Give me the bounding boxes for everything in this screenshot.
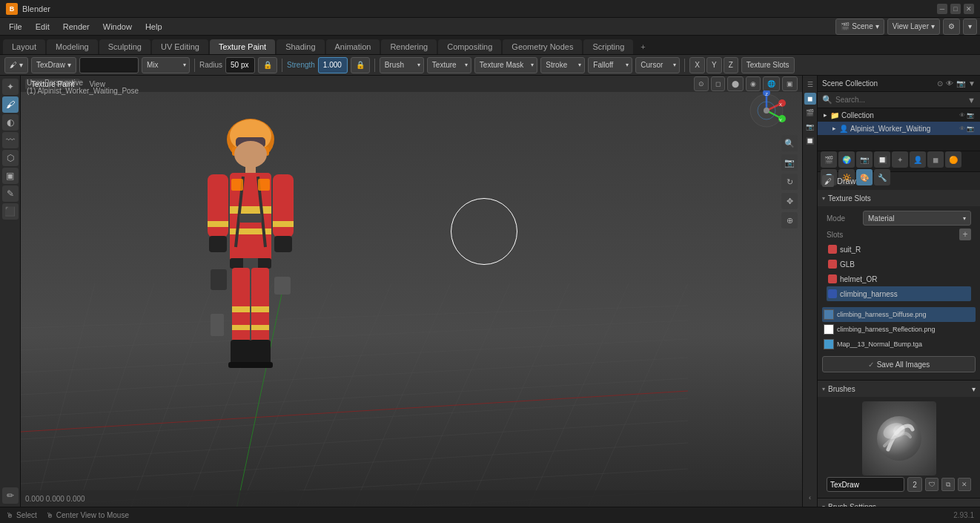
engine-selector[interactable]: ⚙ (943, 19, 960, 35)
cursor-dropdown[interactable]: Cursor (635, 57, 680, 73)
view-layer-selector[interactable]: View Layer ▾ (887, 19, 940, 35)
color-swatch[interactable] (79, 57, 139, 73)
viewport-shading-solid[interactable]: ⬤ (727, 76, 744, 91)
right-icon-4[interactable]: 📷 (804, 121, 816, 133)
right-icon-5[interactable]: 🔲 (804, 135, 816, 147)
right-icon-3[interactable]: 🎬 (804, 107, 816, 119)
menu-window[interactable]: Window (97, 21, 138, 33)
nav-rotate[interactable]: ↻ (781, 174, 798, 190)
slot-helmet[interactable]: helmet_OR (827, 272, 971, 286)
add-workspace-button[interactable]: + (635, 39, 651, 54)
props-tab-modifier[interactable]: ◼ (927, 151, 944, 168)
viewport-overlay-btn[interactable]: ⊙ (694, 76, 709, 91)
sc-filter-icon[interactable]: ⊙ (937, 79, 943, 88)
fill-tool[interactable]: ▣ (2, 168, 19, 184)
draw-tool[interactable]: 🖌 (2, 96, 19, 113)
texture-dropdown[interactable]: Texture (427, 57, 471, 73)
engine-dropdown[interactable]: ▾ (963, 19, 977, 35)
tab-sculpting[interactable]: Sculpting (99, 39, 150, 54)
tex-normal[interactable]: Map__13_Normal_Bump.tga (822, 337, 976, 352)
mode-value-dropdown[interactable]: Material (863, 211, 971, 226)
slot-glb[interactable]: GLB (827, 257, 971, 272)
tab-uv-editing[interactable]: UV Editing (152, 39, 208, 54)
blend-dropdown[interactable]: Mix (142, 57, 190, 73)
clone-tool[interactable]: ⬡ (2, 150, 19, 166)
tab-modeling[interactable]: Modeling (47, 39, 98, 54)
vis-camera-btn[interactable]: 📷 (967, 112, 974, 119)
brush-shield-btn[interactable]: 🛡 (925, 478, 938, 491)
props-tab-material[interactable]: 🎨 (856, 169, 873, 185)
falloff-dropdown[interactable]: Falloff (588, 57, 632, 73)
menu-render[interactable]: Render (57, 21, 96, 33)
menu-file[interactable]: File (3, 21, 28, 33)
strength-lock-btn[interactable]: 🔒 (351, 57, 370, 73)
stroke-dropdown[interactable]: Stroke (540, 57, 585, 73)
brush-delete-btn[interactable]: ✕ (958, 478, 971, 491)
props-tab-particles[interactable]: 🟠 (945, 151, 961, 168)
mask-tool[interactable]: ✎ (2, 185, 19, 202)
x-axis-btn[interactable]: X (689, 57, 705, 73)
props-tab-world[interactable]: ✦ (892, 151, 908, 168)
texture-slots-header[interactable]: ▾ Texture Slots (818, 190, 980, 206)
viewport-shading-render[interactable]: 🌐 (763, 76, 780, 91)
tool-name-button[interactable]: TexDraw ▾ (31, 57, 76, 73)
viewport[interactable]: .grid-line { stroke: #5a5a5a; stroke-wid… (21, 76, 802, 507)
props-tab-scene[interactable]: 🔲 (874, 151, 890, 168)
tex-diffuse[interactable]: climbing_harness_Diffuse.png (822, 307, 976, 322)
annotate-tool[interactable]: ✏ (2, 487, 19, 504)
tex-reflection[interactable]: climbing_harness_Reflection.png (822, 322, 976, 337)
brushes-header[interactable]: ▾ Brushes ▾ (818, 381, 980, 397)
viewport-xray-btn[interactable]: ▣ (782, 76, 798, 91)
minimize-button[interactable]: ─ (937, 4, 947, 14)
menu-edit[interactable]: Edit (30, 21, 56, 33)
add-slot-button[interactable]: + (959, 228, 971, 240)
right-icon-collapse[interactable]: ‹ (804, 492, 816, 504)
props-tab-view[interactable]: 📷 (856, 151, 873, 168)
filter-icon[interactable]: ▼ (967, 96, 976, 105)
soften-tool[interactable]: ◐ (2, 114, 19, 131)
scene-selector[interactable]: 🎬 Scene ▾ (835, 19, 884, 35)
radius-lock-btn[interactable]: 🔒 (258, 57, 277, 73)
z-axis-btn[interactable]: Z (724, 57, 738, 73)
sc-render-icon[interactable]: 📷 (956, 79, 965, 88)
sc-view-icon[interactable]: 👁 (946, 79, 953, 88)
brush-settings-header[interactable]: ▾ Brush Settings (818, 499, 980, 507)
tab-texture-paint[interactable]: Texture Paint (210, 39, 275, 54)
tab-shading[interactable]: Shading (277, 39, 324, 54)
box-mask-tool[interactable]: ⬛ (2, 203, 19, 220)
outliner-collection-item[interactable]: ▸ 📁 Collection 👁 📷 (818, 108, 980, 122)
save-all-images-button[interactable]: ✓ Save All Images (822, 356, 976, 372)
props-tab-data[interactable]: 🔧 (874, 169, 890, 185)
props-tab-output[interactable]: 🌍 (838, 151, 855, 168)
nav-zoom[interactable]: ⊕ (781, 212, 798, 228)
smear-tool[interactable]: 〰 (2, 132, 19, 148)
vis-eye-btn[interactable]: 👁 (959, 112, 965, 119)
nav-zoom-in[interactable]: 🔍 (781, 135, 798, 151)
brushes-dropdown-icon[interactable]: ▾ (972, 385, 976, 393)
obj-vis-eye[interactable]: 👁 (959, 125, 965, 132)
strength-value[interactable]: 1.000 (318, 57, 348, 73)
tab-rendering[interactable]: Rendering (381, 39, 437, 54)
right-icon-1[interactable]: ☰ (804, 79, 816, 91)
cursor-tool[interactable]: ✦ (2, 79, 19, 95)
close-button[interactable]: ✕ (964, 4, 974, 14)
brush-dropdown[interactable]: Brush (380, 57, 424, 73)
slot-climbing-harness[interactable]: climbing_harness (827, 286, 971, 301)
obj-vis-camera[interactable]: 📷 (967, 125, 974, 132)
radius-value[interactable]: 50 px (225, 57, 255, 73)
nav-camera[interactable]: 📷 (781, 154, 798, 171)
maximize-button[interactable]: □ (950, 4, 961, 14)
props-tab-object[interactable]: 👤 (910, 151, 926, 168)
y-axis-btn[interactable]: Y (706, 57, 722, 73)
tab-layout[interactable]: Layout (3, 39, 45, 54)
brush-name-input[interactable]: TexDraw (827, 477, 904, 492)
tab-scripting[interactable]: Scripting (583, 39, 633, 54)
outliner-object-item[interactable]: ▸ 👤 Alpinist_Worker_Waiting 👁 📷 (818, 122, 980, 135)
tab-geometry-nodes[interactable]: Geometry Nodes (503, 39, 582, 54)
props-tab-render[interactable]: 🎬 (821, 151, 837, 168)
texture-mask-dropdown[interactable]: Texture Mask (474, 57, 537, 73)
slot-suit-r[interactable]: suit_R (827, 242, 971, 257)
tab-compositing[interactable]: Compositing (438, 39, 501, 54)
outliner-search-input[interactable] (835, 96, 964, 104)
right-icon-2[interactable]: ◼ (804, 93, 816, 105)
